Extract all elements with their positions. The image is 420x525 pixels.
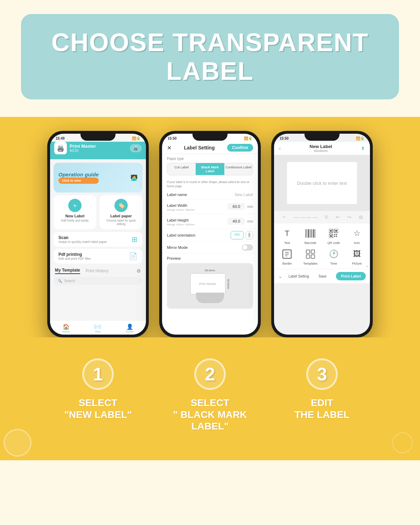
tabs-row: My Template Print History ⚙: [50, 266, 146, 275]
orient-vertical[interactable]: ABC: [246, 231, 253, 239]
confirm-button[interactable]: Confirm: [227, 144, 253, 152]
preview-inner: Print Master 40.0mm: [190, 273, 230, 294]
edit-header: ‹ New Label 60x40mm ⬆: [274, 142, 370, 155]
print-label-btn[interactable]: Print Label: [336, 272, 366, 280]
label-width-input[interactable]: 60.0: [227, 203, 245, 210]
phone3-notch: [304, 131, 340, 141]
tool-copy-icon[interactable]: ⎘: [325, 214, 328, 220]
edit-title-block: New Label 60x40mm: [310, 144, 332, 153]
mail-icon: ✉️: [94, 323, 101, 330]
printer-info: Print Master M220: [70, 144, 96, 153]
templates-label: Templates: [303, 262, 317, 265]
label-paper-card[interactable]: 🏷️ Label paper Choose label for quick ed…: [100, 195, 142, 229]
nav-home-label: Home: [62, 330, 70, 333]
svg-rect-15: [336, 234, 337, 235]
label-height-input-row: 40.0 mm: [227, 218, 253, 225]
tool-time[interactable]: 🕐 Time: [323, 247, 344, 265]
phone1-time: 15:49: [56, 136, 65, 140]
svg-rect-4: [311, 229, 312, 238]
text-icon: T: [280, 227, 294, 240]
cut-label-btn[interactable]: Cut Label: [167, 163, 196, 175]
tool-border[interactable]: Border: [277, 247, 298, 265]
templates-icon: [303, 247, 318, 261]
filter-icon[interactable]: ⚙: [136, 268, 141, 274]
phone1-status-icons: 📶🔋: [132, 136, 140, 140]
chevron-right-icon[interactable]: ›: [366, 263, 368, 269]
print-button[interactable]: 🖨️: [130, 144, 142, 152]
scan-title: Scan: [58, 235, 107, 240]
search-placeholder: Search: [64, 279, 75, 283]
tool-templates[interactable]: Templates: [300, 247, 321, 265]
phone1-screen: 15:49 📶🔋 🖨️ Print Master: [50, 134, 146, 335]
scan-icon: ⊞: [132, 235, 138, 244]
preview-width: 60.0mm: [205, 269, 215, 272]
search-bar[interactable]: 🔍 Search: [54, 277, 142, 285]
preview-box: 60.0mm Print Master 40.0mm: [167, 263, 253, 309]
tool-layer-icon[interactable]: ⧉: [359, 214, 363, 220]
continuous-btn[interactable]: Continuous Label: [224, 163, 253, 175]
pdf-item[interactable]: Pdf printing Edit and print PDF files 📄: [54, 249, 142, 264]
profile-icon: 👤: [126, 323, 133, 330]
svg-rect-5: [312, 229, 313, 238]
new-label-card[interactable]: ＋ New Label Edit freely and easily: [54, 195, 96, 229]
tool-qr[interactable]: QR code: [323, 227, 344, 245]
quick-actions: ＋ New Label Edit freely and easily 🏷️ La…: [50, 195, 146, 232]
black-mark-btn[interactable]: Black Mark Label: [196, 163, 224, 175]
tab-print-history[interactable]: Print History: [86, 268, 108, 273]
printer-icon: 🖨️: [57, 144, 64, 152]
chevron-down-icon[interactable]: ⌄: [278, 273, 282, 279]
tools-grid: T Text: [274, 223, 370, 269]
share-icon[interactable]: ⬆: [361, 146, 365, 151]
header-left: 🖨️ Print Master M220: [54, 142, 96, 154]
svg-rect-25: [311, 255, 315, 258]
tool-add-icon[interactable]: ＋: [281, 214, 286, 220]
nav-profile[interactable]: 👤 Profile: [126, 323, 134, 333]
canvas-inner[interactable]: Double click to enter text: [287, 162, 357, 204]
tab-my-template[interactable]: My Template: [55, 268, 80, 274]
main-title: CHOOSE TRANSPARENT LABEL: [42, 28, 378, 85]
svg-rect-9: [330, 230, 332, 232]
icon-label: Icon: [354, 241, 360, 245]
back-button[interactable]: ‹: [279, 145, 281, 152]
edit-bottom-bar: ⌄ Label Setting Save Print Label: [274, 269, 370, 283]
icon-icon: ☆: [350, 227, 364, 240]
svg-rect-2: [308, 229, 309, 238]
banner-btn[interactable]: Click to view: [58, 177, 99, 184]
text-label: Text: [284, 241, 290, 245]
label-paper-sub: Choose label for quick editing: [103, 219, 139, 226]
tool-icon[interactable]: ☆ Icon: [347, 227, 368, 245]
save-btn[interactable]: Save: [315, 273, 330, 280]
edit-subtitle: 60x40mm: [310, 149, 332, 153]
phone1-column: 15:49 📶🔋 🖨️ Print Master: [47, 131, 149, 337]
step-1-action: SELECT "NEW LABEL": [64, 397, 132, 420]
label-height-input[interactable]: 40.0: [227, 218, 245, 225]
canvas-area[interactable]: Double click to enter text: [274, 155, 370, 211]
scan-item[interactable]: Scan Swipe to quickly match label paper …: [54, 232, 142, 247]
phone1-notch: [80, 131, 115, 141]
step-3-circle: 3: [306, 358, 338, 390]
tool-undo-icon[interactable]: ↩: [336, 214, 340, 220]
svg-rect-22: [306, 250, 310, 253]
new-label-title: New Label: [65, 214, 84, 218]
mirror-toggle[interactable]: [242, 244, 253, 251]
paper-type-buttons: Cut Label Black Mark Label Continuous La…: [167, 163, 253, 175]
svg-rect-16: [334, 236, 335, 237]
tool-picture[interactable]: 🖼 Picture: [347, 247, 368, 265]
banner-card[interactable]: Operation guide Click to view 🧑‍💻: [54, 163, 142, 192]
step-2-circle: 2: [194, 358, 226, 390]
label-setting-btn[interactable]: Label Setting: [288, 274, 309, 278]
border-label: Border: [282, 262, 292, 265]
close-button[interactable]: ✕: [167, 145, 172, 151]
paper-type-label: Paper type: [167, 157, 253, 161]
nav-mail[interactable]: ✉️ Mail: [94, 323, 101, 333]
tool-barcode[interactable]: Barcode: [300, 227, 321, 245]
step-1-line1: SELECT: [79, 397, 117, 408]
phone2-screen: 15:50 📶🔋 ✕ Label Setting Confirm Paper t…: [162, 134, 258, 335]
barcode-icon: [303, 227, 318, 240]
orient-horizontal[interactable]: ABC: [231, 231, 244, 239]
svg-rect-3: [310, 229, 310, 238]
nav-home[interactable]: 🏠 Home: [62, 323, 70, 333]
phones-row: 15:49 📶🔋 🖨️ Print Master: [0, 117, 420, 337]
tool-text[interactable]: T Text: [277, 227, 298, 245]
tool-redo-icon[interactable]: ↪: [347, 214, 351, 220]
